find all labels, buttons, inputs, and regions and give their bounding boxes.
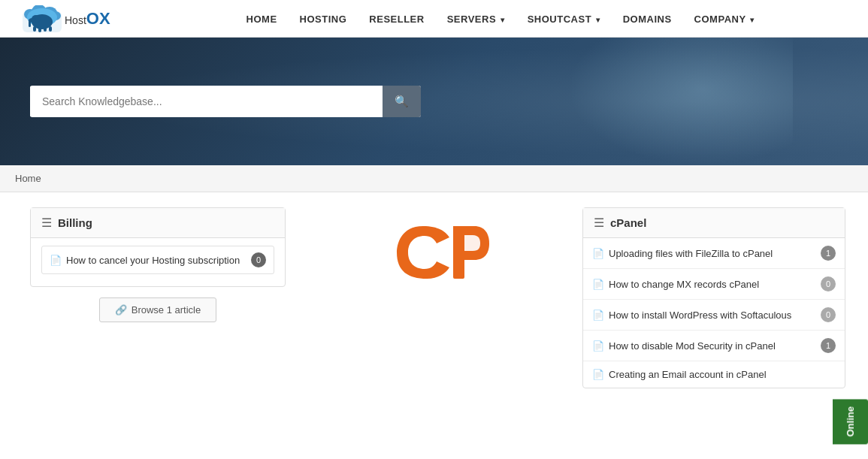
nav-shoutcast[interactable]: SHOUTCAST ▾ xyxy=(528,13,600,25)
cpanel-header-icon: ☰ xyxy=(594,216,604,230)
link-icon: 🔗 xyxy=(115,304,127,316)
cpanel-logo-svg xyxy=(393,215,491,290)
article-doc-icon: 📄 xyxy=(50,255,62,266)
company-arrow: ▾ xyxy=(750,16,755,24)
nav-company[interactable]: COMPANY ▾ xyxy=(694,13,755,25)
cpanel-article-3[interactable]: 📄 How to disable Mod Security in cPanel … xyxy=(583,331,845,361)
logo[interactable]: HostOX xyxy=(23,5,110,32)
search-icon: 🔍 xyxy=(395,95,409,107)
cpanel-article-text-3: How to disable Mod Security in cPanel xyxy=(609,340,776,352)
main-content: ☰ Billing 📄 How to cancel your Hosting s… xyxy=(0,192,868,388)
browse-button-label: Browse 1 article xyxy=(132,304,201,316)
search-section: 🔍 xyxy=(30,86,421,117)
cpanel-article-4[interactable]: 📄 Creating an Email account in cPanel xyxy=(583,361,845,388)
cpanel-card-header: ☰ cPanel xyxy=(583,208,845,238)
logo-ox-text: OX xyxy=(86,9,110,28)
navbar: HostOX HOME HOSTING RESELLER SERVERS ▾ S… xyxy=(0,0,868,38)
cpanel-article-text-4: Creating an Email account in cPanel xyxy=(609,369,767,380)
article-icon-2: 📄 xyxy=(592,310,604,321)
svg-rect-13 xyxy=(29,20,31,27)
billing-article-item[interactable]: 📄 How to cancel your Hosting subscriptio… xyxy=(41,246,274,274)
cpanel-title: cPanel xyxy=(610,216,646,229)
billing-article-text: How to cancel your Hosting subscription xyxy=(66,255,240,266)
article-icon-3: 📄 xyxy=(592,340,604,352)
svg-rect-10 xyxy=(44,26,47,32)
cpanel-article-text-0: Uploading files with FileZilla to cPanel xyxy=(609,248,773,259)
cpanel-article-text-2: How to install WordPress with Softaculou… xyxy=(609,310,791,321)
cpanel-article-count-3: 1 xyxy=(821,338,836,353)
nav-home[interactable]: HOME xyxy=(246,13,277,25)
logo-host-text: Host xyxy=(65,14,86,26)
article-icon-0: 📄 xyxy=(592,248,604,259)
cpanel-article-count-0: 1 xyxy=(821,246,836,261)
breadcrumb-home[interactable]: Home xyxy=(15,173,41,184)
nav-servers[interactable]: SERVERS ▾ xyxy=(447,13,505,25)
billing-card: ☰ Billing 📄 How to cancel your Hosting s… xyxy=(30,207,286,287)
cpanel-article-0[interactable]: 📄 Uploading files with FileZilla to cPan… xyxy=(583,238,845,269)
billing-title: Billing xyxy=(58,216,92,229)
breadcrumb: Home xyxy=(0,165,868,192)
search-bar: 🔍 xyxy=(30,86,421,117)
cpanel-section: ☰ cPanel 📄 Uploading files with FileZill… xyxy=(582,207,853,388)
cpanel-logo-area xyxy=(301,207,582,388)
cpanel-article-count-2: 0 xyxy=(821,307,836,322)
nav-reseller[interactable]: RESELLER xyxy=(369,13,424,25)
article-icon-4: 📄 xyxy=(592,369,604,380)
hero-section: 🔍 xyxy=(0,38,868,165)
billing-article-count: 0 xyxy=(251,252,266,267)
svg-rect-11 xyxy=(49,26,52,32)
billing-card-body: 📄 How to cancel your Hosting subscriptio… xyxy=(31,238,285,286)
cpanel-articles-list: 📄 Uploading files with FileZilla to cPan… xyxy=(583,238,845,388)
nav-hosting[interactable]: HOSTING xyxy=(300,13,347,25)
cpanel-article-count-1: 0 xyxy=(821,276,836,291)
search-input[interactable] xyxy=(30,86,383,116)
servers-arrow: ▾ xyxy=(501,16,505,24)
cpanel-article-2[interactable]: 📄 How to install WordPress with Softacul… xyxy=(583,300,845,331)
search-button[interactable]: 🔍 xyxy=(383,86,421,117)
svg-rect-8 xyxy=(33,26,36,32)
billing-header-icon: ☰ xyxy=(41,216,52,230)
browse-button-wrapper: 🔗 Browse 1 article xyxy=(99,297,216,322)
nav-menu: HOME HOSTING RESELLER SERVERS ▾ SHOUTCAS… xyxy=(156,13,845,25)
cpanel-article-text-1: How to change MX records cPanel xyxy=(609,279,759,290)
shoutcast-arrow: ▾ xyxy=(596,16,600,24)
browse-article-button[interactable]: 🔗 Browse 1 article xyxy=(99,297,216,322)
svg-rect-9 xyxy=(38,27,41,32)
billing-card-header: ☰ Billing xyxy=(31,208,285,238)
cpanel-article-1[interactable]: 📄 How to change MX records cPanel 0 xyxy=(583,269,845,300)
logo-icon xyxy=(23,5,62,32)
article-icon-1: 📄 xyxy=(592,279,604,290)
nav-domains[interactable]: DOMAINS xyxy=(623,13,672,25)
cpanel-card: ☰ cPanel 📄 Uploading files with FileZill… xyxy=(582,207,845,388)
billing-section: ☰ Billing 📄 How to cancel your Hosting s… xyxy=(15,207,301,388)
